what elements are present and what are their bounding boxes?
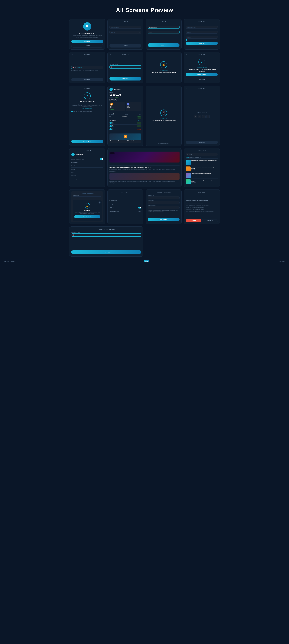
account-item-help[interactable]: Help & Support › bbox=[71, 178, 103, 181]
back-arrow-icon[interactable]: ← bbox=[109, 54, 111, 55]
security-sms-auth[interactable]: SMS Authentication Inactive bbox=[109, 210, 141, 213]
otp-resend-btn[interactable]: RESEND bbox=[186, 140, 218, 144]
security-change-pw[interactable]: Change Password › bbox=[109, 202, 141, 206]
back-arrow-icon[interactable]: ← bbox=[186, 54, 188, 55]
welcome-login-button[interactable]: LOG IN bbox=[71, 44, 103, 48]
bitcoin-icon: ₿ bbox=[124, 135, 127, 138]
tab-whatto[interactable]: What To... bbox=[122, 164, 127, 166]
negative-btn[interactable]: NEGATIVE bbox=[186, 219, 201, 222]
thanks-checkbox[interactable]: ✓ bbox=[71, 111, 73, 112]
tap-hint: Tap anywhere here to continue bbox=[148, 80, 180, 81]
terms-checkbox[interactable]: ✓ bbox=[186, 40, 187, 41]
tab-latest[interactable]: Latest bbox=[114, 164, 116, 166]
tab-newcoins[interactable]: New Coins bbox=[192, 157, 197, 158]
account-item-referral[interactable]: My Referral ID › bbox=[71, 161, 103, 164]
back-arrow-icon[interactable]: ← bbox=[109, 21, 111, 22]
cp-old-input[interactable] bbox=[148, 196, 180, 199]
phone2-signup-btn[interactable]: SIGN UP bbox=[109, 77, 141, 80]
otp-digit-1[interactable]: 1 bbox=[194, 115, 197, 118]
otp-digit-2[interactable]: 2 bbox=[198, 115, 201, 118]
touch-id-toggle[interactable] bbox=[138, 207, 141, 208]
tab-newcoins[interactable]: New Coins bbox=[117, 164, 122, 166]
eye-icon[interactable]: 👁 bbox=[177, 32, 178, 33]
ranking-title: Ranking List bbox=[109, 112, 116, 114]
news-title-3: The Lightning Network is Going to Change bbox=[191, 173, 211, 174]
account-item-toggle[interactable]: Using RAR to pay for fees bbox=[71, 157, 103, 161]
account-item-security[interactable]: Security › bbox=[71, 164, 103, 168]
back-arrow-icon[interactable]: ← bbox=[109, 149, 111, 151]
top-movers-header: Top Movers More → bbox=[109, 120, 141, 121]
tab-latest[interactable]: Latest bbox=[189, 157, 192, 158]
cp-continue-btn[interactable]: CONTINUE bbox=[148, 218, 180, 222]
phone2-input[interactable]: 🇺🇸 +44 1234567893 bbox=[109, 66, 141, 68]
movers-more[interactable]: More → bbox=[138, 120, 141, 121]
account-item-scan[interactable]: Scan › bbox=[71, 171, 103, 174]
back-arrow-icon[interactable]: ← bbox=[148, 191, 149, 193]
eye-icon[interactable]: 👁 bbox=[139, 32, 140, 33]
modal-close-btn[interactable]: ✕ bbox=[98, 202, 101, 204]
otp-digit-3[interactable]: 3 bbox=[202, 115, 206, 118]
news-item-2: Goldman Sachs Calls Coinbase a 'Tactical… bbox=[186, 166, 218, 172]
back-arrow-icon[interactable]: ← bbox=[186, 150, 188, 152]
sms-continue-btn[interactable]: CONTINUE bbox=[71, 250, 141, 254]
back-arrow-icon[interactable]: ← bbox=[186, 88, 188, 89]
signup1-password-input[interactable]: password 👁 bbox=[186, 36, 218, 38]
screen-change-password: ← CHANGE PASSWORD Old Password New Passw… bbox=[146, 189, 182, 224]
phone1-input[interactable]: 🇺🇸 +44 1234567891 bbox=[71, 66, 103, 69]
verify-email: verifying@test.com bbox=[148, 70, 180, 71]
back-arrow-icon[interactable]: ← bbox=[109, 191, 111, 193]
login1-btn[interactable]: LOG IN bbox=[109, 44, 141, 48]
modal-continue-btn[interactable]: CONTINUE bbox=[74, 215, 100, 218]
privacy-link[interactable]: Here is our Privacy Policy bbox=[71, 108, 103, 109]
secondary-btn[interactable]: SECONDARY bbox=[202, 219, 218, 222]
news-meta-2: 3min ○ 60min bbox=[191, 169, 218, 170]
check-icon: ✓ bbox=[198, 58, 205, 66]
sms-phone-input[interactable]: 🇺🇸 +44 bbox=[71, 234, 141, 236]
ranking-filter[interactable]: BTC Market ∨ bbox=[136, 112, 141, 114]
tab-popular[interactable]: Popular bbox=[109, 164, 113, 166]
login2-password-input[interactable]: •••••••• 👁 bbox=[148, 31, 180, 34]
resend-btn[interactable]: RESEND bbox=[186, 78, 218, 81]
cp-old-input-bg bbox=[73, 196, 102, 199]
login2-email-input[interactable]: sample@gmail.com bbox=[148, 26, 180, 28]
thanks-continue-btn[interactable]: CONTINUE bbox=[71, 140, 103, 143]
save-button[interactable]: SAVE bbox=[144, 260, 149, 262]
security-disable[interactable]: Disable account › bbox=[109, 199, 141, 202]
welcome-signup-button[interactable]: SIGN UP bbox=[71, 40, 103, 43]
signup1-email-input[interactable]: sample@gmail.com bbox=[186, 26, 218, 28]
eye-icon[interactable]: 👁 bbox=[215, 36, 217, 38]
tab-whatto[interactable]: What To... bbox=[197, 157, 201, 158]
phone1-signup-btn[interactable]: SIGN UP bbox=[71, 78, 103, 81]
account-item-about[interactable]: About Us › bbox=[71, 174, 103, 178]
cp-new-input[interactable] bbox=[148, 201, 180, 204]
back-arrow-icon[interactable]: ← bbox=[71, 54, 73, 55]
thanks-title: Thanks for joining us! bbox=[71, 101, 103, 102]
login2-btn[interactable]: LOG IN bbox=[148, 44, 180, 47]
signup1-username-input[interactable]: username bbox=[186, 31, 218, 34]
cp-confirm-input[interactable] bbox=[148, 206, 180, 209]
welcome-title: Welcome to RARRY bbox=[71, 32, 103, 34]
security-touch-id[interactable]: Touch ID bbox=[109, 206, 141, 210]
back-arrow-icon[interactable]: ← bbox=[71, 150, 73, 152]
signup1-btn[interactable]: SIGN UP bbox=[186, 42, 218, 45]
login1-password-input[interactable]: Password 👁 bbox=[109, 31, 141, 34]
welcome-desc: Lorem ipsum dolor sit amet, consectetur … bbox=[71, 35, 103, 38]
back-arrow-icon[interactable]: ← bbox=[186, 191, 188, 193]
news-content-4: Thailand's Oldest Bank Says DeFi Will Di… bbox=[191, 179, 218, 184]
back-arrow-icon[interactable]: ← bbox=[71, 88, 73, 89]
account-item-settings[interactable]: Settings › bbox=[71, 168, 103, 171]
screen-security: ← SECURITY Disable account › Change Pass… bbox=[107, 189, 143, 224]
btc-name: BTC bbox=[110, 106, 124, 107]
login1-header: ← LOG IN bbox=[109, 21, 141, 22]
tab-popular[interactable]: Popular bbox=[186, 157, 189, 158]
otp-digit-4[interactable]: 4 bbox=[206, 115, 210, 118]
back-arrow-icon[interactable]: ← bbox=[71, 228, 73, 230]
crypto-row: ₿ BTC $123.00 +4.19% Ξ ETH $123.00 bbox=[109, 102, 141, 111]
open-email-btn[interactable]: OPEN EMAIL bbox=[186, 73, 218, 76]
toggle-switch[interactable] bbox=[100, 158, 103, 160]
back-arrow-icon[interactable]: ← bbox=[148, 21, 149, 22]
search-bar[interactable]: 🔍 Search bbox=[186, 153, 218, 156]
back-arrow-icon[interactable]: ← bbox=[186, 21, 188, 22]
article-desc2: Lorem ipsum dolor sit amet, consectetur … bbox=[109, 181, 180, 184]
login1-email-input[interactable]: sample@gmail.com bbox=[109, 26, 141, 28]
